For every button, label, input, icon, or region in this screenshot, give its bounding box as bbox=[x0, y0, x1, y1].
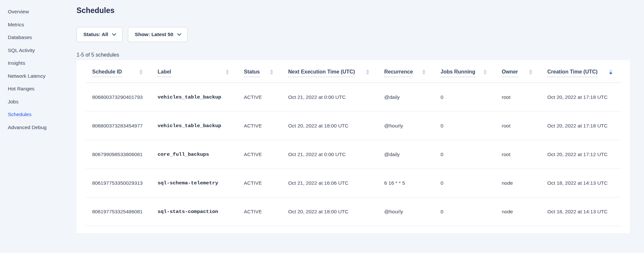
table-header-row: Schedule ID Label Status Next Execution … bbox=[86, 60, 621, 83]
column-header-label: Jobs Running bbox=[441, 69, 475, 77]
column-header-owner[interactable]: Owner bbox=[495, 60, 541, 83]
column-header-label: Label bbox=[158, 69, 171, 77]
cell-schedule-id: 806800373290401793 bbox=[86, 94, 151, 100]
cell-creation-time: Oct 20, 2022 at 17:18 UTC bbox=[541, 123, 621, 129]
sidebar-item-databases[interactable]: Databases bbox=[0, 31, 77, 44]
column-header-label: Creation Time (UTC) bbox=[547, 69, 597, 77]
column-header-label: Status bbox=[244, 69, 260, 77]
cell-jobs-running: 0 bbox=[434, 180, 495, 186]
main-content: Schedules Status: All Show: Latest 50 1-… bbox=[77, 0, 644, 253]
sidebar-item-insights[interactable]: Insights bbox=[0, 57, 77, 70]
cell-label: vehicles_table_backup bbox=[151, 94, 237, 100]
sort-desc-active-icon bbox=[609, 70, 612, 74]
column-header-schedule-id[interactable]: Schedule ID bbox=[86, 60, 151, 83]
sort-icon bbox=[483, 70, 487, 74]
filters-bar: Status: All Show: Latest 50 bbox=[77, 27, 188, 42]
column-header-label[interactable]: Label bbox=[151, 60, 237, 83]
cell-jobs-running: 0 bbox=[434, 94, 495, 100]
sidebar-item-advanced-debug[interactable]: Advanced Debug bbox=[0, 121, 77, 134]
column-header-next-execution-time[interactable]: Next Execution Time (UTC) bbox=[282, 60, 378, 83]
cell-creation-time: Oct 20, 2022 at 17:12 UTC bbox=[541, 152, 621, 157]
cell-owner: root bbox=[495, 152, 541, 157]
cell-recurrence: 6 16 * * 5 bbox=[378, 180, 434, 186]
sidebar-item-network-latency[interactable]: Network Latency bbox=[0, 70, 77, 83]
status-filter-dropdown[interactable]: Status: All bbox=[77, 27, 122, 42]
show-filter-label: Show: Latest 50 bbox=[135, 32, 173, 37]
sidebar-item-overview[interactable]: Overview bbox=[0, 5, 77, 18]
status-filter-label: Status: All bbox=[83, 32, 108, 37]
table-row: 806197753350029313 sql-schema-telemetry … bbox=[86, 169, 621, 197]
cell-recurrence: @daily bbox=[378, 94, 434, 100]
cell-schedule-id: 806799098533806081 bbox=[86, 152, 151, 157]
cell-recurrence: @hourly bbox=[378, 209, 434, 215]
column-header-status[interactable]: Status bbox=[237, 60, 282, 83]
sidebar: Overview Metrics Databases SQL Activity … bbox=[0, 0, 77, 253]
cell-next-execution: Oct 21, 2022 at 0:00 UTC bbox=[282, 94, 378, 100]
chevron-down-icon bbox=[177, 32, 181, 36]
cell-next-execution: Oct 20, 2022 at 18:00 UTC bbox=[282, 123, 378, 129]
sidebar-item-jobs[interactable]: Jobs bbox=[0, 95, 77, 108]
column-header-label: Next Execution Time (UTC) bbox=[288, 69, 355, 77]
cell-schedule-id: 806197753350029313 bbox=[86, 180, 151, 186]
sidebar-item-schedules[interactable]: Schedules bbox=[0, 108, 77, 121]
sort-icon bbox=[529, 70, 532, 74]
cell-creation-time: Oct 20, 2022 at 17:18 UTC bbox=[541, 94, 621, 100]
sidebar-item-hot-ranges[interactable]: Hot Ranges bbox=[0, 82, 77, 95]
cell-creation-time: Oct 18, 2022 at 14:13 UTC bbox=[541, 180, 621, 186]
cell-schedule-id: 806197753325486081 bbox=[86, 209, 151, 215]
cell-next-execution: Oct 20, 2022 at 18:00 UTC bbox=[282, 209, 378, 215]
cell-recurrence: @daily bbox=[378, 152, 434, 157]
cell-owner: root bbox=[495, 123, 541, 129]
column-header-creation-time[interactable]: Creation Time (UTC) bbox=[541, 60, 621, 83]
cell-next-execution: Oct 21, 2022 at 0:00 UTC bbox=[282, 152, 378, 157]
cell-label: vehicles_table_backup bbox=[151, 123, 237, 129]
cell-status: ACTIVE bbox=[237, 152, 282, 157]
cell-jobs-running: 0 bbox=[434, 209, 495, 215]
cell-owner: node bbox=[495, 180, 541, 186]
cell-label: sql-stats-compaction bbox=[151, 209, 237, 215]
cell-status: ACTIVE bbox=[237, 209, 282, 214]
table-row: 806799098533806081 core_full_backups ACT… bbox=[86, 140, 621, 169]
page-title: Schedules bbox=[77, 6, 115, 15]
cell-jobs-running: 0 bbox=[434, 152, 495, 157]
sort-icon bbox=[270, 70, 273, 74]
cell-status: ACTIVE bbox=[237, 123, 282, 128]
table-row: 806800373290401793 vehicles_table_backup… bbox=[86, 83, 621, 112]
cell-recurrence: @hourly bbox=[378, 123, 434, 129]
column-header-label: Schedule ID bbox=[92, 69, 122, 77]
table-row: 806197753325486081 sql-stats-compaction … bbox=[86, 197, 621, 226]
sort-icon bbox=[226, 70, 229, 74]
cell-schedule-id: 806800373283454977 bbox=[86, 123, 151, 129]
column-header-recurrence[interactable]: Recurrence bbox=[378, 60, 434, 83]
show-filter-dropdown[interactable]: Show: Latest 50 bbox=[128, 27, 188, 42]
sidebar-item-metrics[interactable]: Metrics bbox=[0, 18, 77, 31]
column-header-label: Owner bbox=[502, 69, 518, 77]
sort-icon bbox=[366, 70, 369, 74]
sort-icon bbox=[139, 70, 143, 74]
cell-next-execution: Oct 21, 2022 at 16:06 UTC bbox=[282, 180, 378, 186]
cell-jobs-running: 0 bbox=[434, 123, 495, 129]
results-count: 1-5 of 5 schedules bbox=[77, 52, 119, 58]
chevron-down-icon bbox=[112, 32, 116, 36]
cell-status: ACTIVE bbox=[237, 94, 282, 100]
table-row: 806800373283454977 vehicles_table_backup… bbox=[86, 112, 621, 140]
column-header-jobs-running[interactable]: Jobs Running bbox=[434, 60, 495, 83]
cell-owner: root bbox=[495, 94, 541, 100]
cell-creation-time: Oct 18, 2022 at 14:13 UTC bbox=[541, 209, 621, 215]
schedules-table-panel: Schedule ID Label Status Next Execution … bbox=[77, 60, 630, 233]
cell-label: sql-schema-telemetry bbox=[151, 180, 237, 186]
cell-owner: node bbox=[495, 209, 541, 215]
sort-icon bbox=[422, 70, 426, 74]
cell-label: core_full_backups bbox=[151, 152, 237, 157]
sidebar-item-sql-activity[interactable]: SQL Activity bbox=[0, 44, 77, 57]
cell-status: ACTIVE bbox=[237, 180, 282, 186]
column-header-label: Recurrence bbox=[384, 69, 413, 77]
